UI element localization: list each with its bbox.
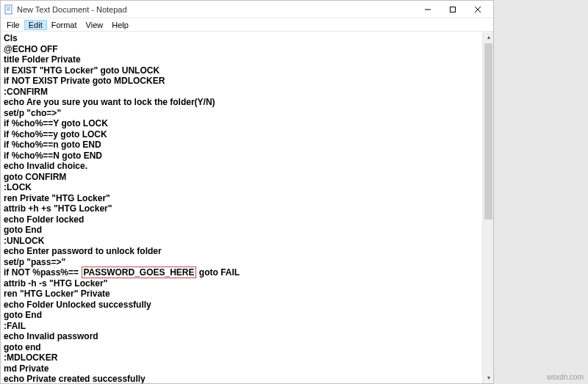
minimize-button[interactable] <box>415 1 440 18</box>
editor-line: attrib -h -s "HTG Locker" <box>4 278 479 289</box>
editor-line: title Folder Private <box>4 54 479 65</box>
editor-line: if NOT %pass%== PASSWORD_GOES_HERE goto … <box>4 267 479 278</box>
menu-format[interactable]: Format <box>47 20 82 30</box>
editor-line: md Private <box>4 363 479 374</box>
editor-line: goto CONFIRM <box>4 172 479 183</box>
menu-help[interactable]: Help <box>107 20 133 30</box>
editor-line: if %cho%==N goto END <box>4 151 479 162</box>
editor-line: echo Invalid password <box>4 331 479 342</box>
editor-line: :LOCK <box>4 182 479 193</box>
menu-view[interactable]: View <box>82 20 108 30</box>
editor-line: goto End <box>4 310 479 321</box>
editor-line: echo Invalid choice. <box>4 161 479 172</box>
maximize-button[interactable] <box>440 1 465 18</box>
editor-line: if NOT EXIST Private goto MDLOCKER <box>4 76 479 87</box>
menu-edit[interactable]: Edit <box>24 20 47 30</box>
editor-line: goto end <box>4 342 479 353</box>
notepad-window: New Text Document - Notepad FileEditForm… <box>0 0 494 384</box>
editor-line: attrib +h +s "HTG Locker" <box>4 203 479 214</box>
scroll-down-arrow[interactable]: ▾ <box>483 372 493 383</box>
close-button[interactable] <box>465 1 490 18</box>
editor-line: :FAIL <box>4 321 479 332</box>
window-controls <box>415 1 490 18</box>
titlebar[interactable]: New Text Document - Notepad <box>1 1 493 18</box>
watermark: wsxdn.com <box>547 373 584 381</box>
menu-file[interactable]: File <box>2 20 24 30</box>
editor-line: :MDLOCKER <box>4 352 479 363</box>
svg-rect-5 <box>451 7 456 12</box>
editor-line: ren "HTG Locker" Private <box>4 289 479 300</box>
scroll-thumb[interactable] <box>484 43 492 220</box>
editor-line: set/p "cho=>" <box>4 108 479 119</box>
editor-line: @ECHO OFF <box>4 44 479 55</box>
editor-line: Cls <box>4 33 479 44</box>
editor-line: if %cho%==Y goto LOCK <box>4 118 479 129</box>
editor-line: if %cho%==y goto LOCK <box>4 129 479 140</box>
editor-line: if EXIST "HTG Locker" goto UNLOCK <box>4 65 479 76</box>
editor-line: ren Private "HTG Locker" <box>4 193 479 204</box>
editor-line: echo Are you sure you want to lock the f… <box>4 97 479 108</box>
editor-line: :CONFIRM <box>4 87 479 98</box>
window-title: New Text Document - Notepad <box>17 5 415 14</box>
editor-line: goto End <box>4 225 479 236</box>
editor-line: echo Folder locked <box>4 214 479 225</box>
editor-line: set/p "pass=>" <box>4 257 479 268</box>
menubar: FileEditFormatViewHelp <box>1 18 493 32</box>
editor-line: echo Folder Unlocked successfully <box>4 300 479 311</box>
text-editor[interactable]: Cls@ECHO OFFtitle Folder Privateif EXIST… <box>1 32 482 383</box>
highlighted-placeholder: PASSWORD_GOES_HERE <box>82 267 196 278</box>
editor-line: :UNLOCK <box>4 236 479 247</box>
vertical-scrollbar[interactable]: ▴ ▾ <box>482 32 493 383</box>
notepad-icon <box>4 4 14 15</box>
scroll-up-arrow[interactable]: ▴ <box>483 32 493 43</box>
svg-rect-0 <box>5 5 12 14</box>
editor-line: echo Enter password to unlock folder <box>4 246 479 257</box>
content-area: Cls@ECHO OFFtitle Folder Privateif EXIST… <box>1 32 493 383</box>
editor-line: if %cho%==n goto END <box>4 140 479 151</box>
editor-line: echo Private created successfully <box>4 374 479 383</box>
